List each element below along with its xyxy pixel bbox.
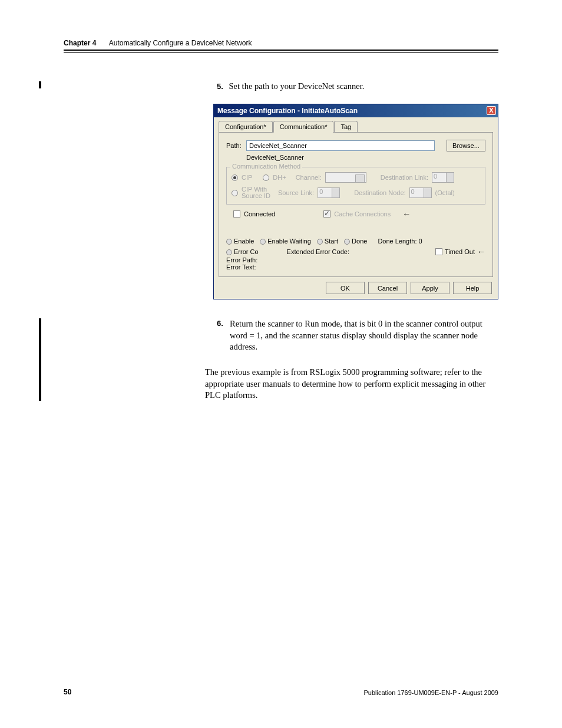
enable-label: Enable	[234, 238, 254, 245]
tab-strip: Configuration* Communication* Tag	[219, 121, 498, 132]
path-input[interactable]	[246, 140, 435, 151]
communication-method-group: Communication Method CIP DH+ Channel: De…	[226, 167, 485, 205]
cip-radio[interactable]	[232, 174, 238, 181]
paragraph: The previous example is from RSLogix 500…	[205, 367, 498, 401]
message-configuration-dialog: Message Configuration - InitiateAutoScan…	[213, 104, 498, 299]
arrow-left-icon: ←	[402, 209, 411, 219]
connected-checkbox[interactable]	[233, 210, 240, 218]
path-label: Path:	[226, 142, 246, 149]
start-indicator	[317, 239, 323, 245]
error-co-label: Error Co	[234, 248, 259, 255]
channel-label: Channel:	[296, 174, 322, 181]
browse-button[interactable]: Browse...	[447, 140, 485, 151]
cip-with-label: CIP With Source ID	[242, 186, 275, 199]
tab-communication[interactable]: Communication*	[273, 121, 334, 133]
error-indicator	[226, 249, 232, 255]
apply-button[interactable]: Apply	[411, 282, 449, 294]
cip-label: CIP	[242, 174, 252, 181]
dest-link-label: Destination Link:	[381, 174, 428, 181]
change-bar	[39, 318, 41, 401]
done-length-label: Done Length: 0	[378, 238, 422, 245]
close-icon: X	[489, 107, 493, 114]
chapter-label: Chapter 4	[64, 39, 96, 47]
octal-label: (Octal)	[435, 189, 455, 196]
channel-combo[interactable]	[325, 172, 366, 183]
timed-out-label: Timed Out	[445, 248, 475, 255]
communication-method-label: Communication Method	[230, 163, 302, 170]
step-6: 6. Return the scanner to Run mode, that …	[217, 318, 498, 353]
dest-node-value: 0	[411, 188, 415, 195]
ok-button[interactable]: OK	[326, 282, 365, 294]
dhplus-radio[interactable]	[263, 174, 269, 181]
dialog-titlebar: Message Configuration - InitiateAutoScan…	[214, 104, 498, 117]
arrow-left-icon: ←	[477, 247, 485, 256]
cache-connections-label: Cache Connections	[334, 210, 391, 218]
dest-link-value: 0	[434, 173, 437, 180]
step-6-number: 6.	[217, 318, 223, 329]
communication-panel: Path: Browse... DeviceNet_Scanner Commun…	[219, 132, 493, 277]
source-link-value: 0	[319, 188, 323, 195]
step-5-text: Set the path to your DeviceNet scanner.	[229, 81, 364, 91]
enable-waiting-label: Enable Waiting	[267, 238, 311, 245]
cache-connections-checkbox[interactable]	[323, 210, 330, 218]
step-6-text: Return the scanner to Run mode, that is …	[230, 318, 498, 353]
cancel-button[interactable]: Cancel	[368, 282, 407, 294]
done-label: Done	[352, 238, 367, 245]
page-number: 50	[64, 688, 71, 696]
enable-waiting-indicator	[260, 239, 266, 245]
timed-out-checkbox[interactable]	[435, 248, 442, 255]
step-5-number: 5.	[217, 82, 223, 91]
source-link-spin[interactable]: 0	[318, 187, 340, 198]
connected-label: Connected	[244, 210, 275, 218]
enable-indicator	[226, 239, 232, 245]
page-header: Chapter 4 Automatically Configure a Devi…	[64, 39, 498, 47]
error-path-label: Error Path:	[226, 256, 485, 263]
dest-node-label: Destination Node:	[354, 189, 405, 196]
step-5: 5. Set the path to your DeviceNet scanne…	[217, 81, 364, 91]
start-label: Start	[325, 238, 338, 245]
tab-configuration[interactable]: Configuration*	[219, 121, 273, 132]
dest-node-spin[interactable]: 0	[409, 187, 432, 198]
header-rule-thin	[64, 52, 498, 53]
publication-info: Publication 1769-UM009E-EN-P - August 20…	[364, 689, 499, 696]
dhplus-label: DH+	[273, 174, 286, 181]
dialog-title-text: Message Configuration - InitiateAutoScan	[217, 107, 358, 115]
change-bar	[39, 81, 41, 88]
tab-tag[interactable]: Tag	[334, 121, 358, 132]
close-button[interactable]: X	[487, 106, 496, 115]
done-indicator	[344, 239, 350, 245]
extended-error-label: Extended Error Code:	[287, 248, 349, 255]
source-link-label: Source Link:	[278, 189, 314, 196]
header-rule-thick	[64, 50, 498, 51]
cip-with-radio[interactable]	[232, 190, 238, 196]
error-text-label: Error Text:	[226, 263, 485, 271]
dest-link-spin[interactable]: 0	[432, 172, 454, 183]
path-display: DeviceNet_Scanner	[246, 154, 485, 161]
help-button[interactable]: Help	[453, 282, 492, 294]
chapter-title: Automatically Configure a DeviceNet Netw…	[109, 39, 252, 47]
dialog-buttons: OK Cancel Apply Help	[326, 282, 492, 294]
